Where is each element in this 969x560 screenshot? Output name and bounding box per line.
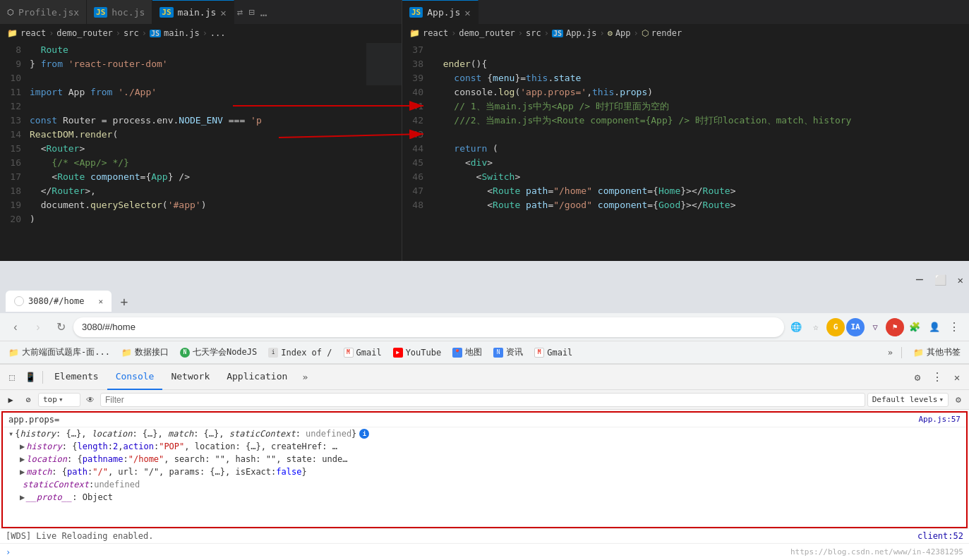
code-line-12 <box>30 99 366 114</box>
minimap-left <box>366 42 402 261</box>
r-line-40: console.log('app.props=',this.props) <box>432 85 969 99</box>
console-input-row: › https://blog.csdn.net/www/in-42381295 <box>0 543 969 560</box>
bookmark-youtube[interactable]: ▶ YouTube <box>390 346 445 359</box>
ext-icon[interactable]: ⚑ <box>886 318 904 336</box>
info-icon: i <box>359 429 369 439</box>
path-val: "/" <box>92 467 108 477</box>
bm-label: 地图 <box>465 346 482 358</box>
inspect-icon[interactable]: ⬚ <box>3 368 21 386</box>
close-brace: } <box>301 467 306 477</box>
bookmark-map[interactable]: 📍 地图 <box>450 345 485 360</box>
tab-hoc-js[interactable]: JS hoc.js <box>87 0 152 25</box>
path-key: path <box>67 467 88 477</box>
obj-text: {history: {…}, location: {…}, match: {…}… <box>15 429 351 439</box>
minimize-btn[interactable]: ─ <box>916 273 923 286</box>
wds-src[interactable]: client:52 <box>917 531 963 541</box>
tab-main-js[interactable]: JS main.js ✕ <box>152 0 234 25</box>
devtools-more-icon[interactable]: ⋮ <box>928 368 946 386</box>
devtools-tab-console[interactable]: Console <box>107 365 163 390</box>
left-code-area: 89101112 1314151617 181920 Route } from … <box>0 42 402 261</box>
bc-demo: demo_router <box>459 28 514 38</box>
forward-btn[interactable]: › <box>28 317 48 337</box>
settings-icon[interactable]: ⚙ <box>908 368 927 386</box>
tab-app-js[interactable]: JS App.js ✕ <box>402 0 479 25</box>
devtools-tab-application[interactable]: Application <box>218 365 296 390</box>
close-icon[interactable]: ✕ <box>220 7 226 18</box>
bm-label: 数据接口 <box>135 346 169 358</box>
tab-actions: ⇄ ⊟ … <box>237 6 267 19</box>
collapse-icon[interactable]: ▾ <box>8 429 13 439</box>
tab-close-btn[interactable]: ✕ <box>98 297 103 306</box>
window-controls: ─ ⬜ ✕ <box>916 273 963 289</box>
js-icon: JS <box>94 7 107 18</box>
tab-title: 3080/#/home <box>28 296 84 306</box>
device-icon[interactable]: 📱 <box>21 368 40 386</box>
console-settings-icon[interactable]: ⚙ <box>951 392 966 408</box>
bookmark-daqianduan[interactable]: 📁 大前端面试题库-面... <box>6 345 113 360</box>
tab-favicon <box>14 296 24 306</box>
refresh-btn[interactable]: ↻ <box>51 317 71 337</box>
tab-label: main.js <box>178 7 217 18</box>
prop-key: history <box>26 442 62 451</box>
bookmark-star-icon[interactable]: ☆ <box>807 318 825 336</box>
bookmark-gmail1[interactable]: M Gmail <box>341 346 385 359</box>
bookmark-index[interactable]: i Index of / <box>265 346 335 359</box>
url-bar[interactable] <box>73 317 784 337</box>
more-tabs-icon[interactable]: … <box>260 6 267 19</box>
bm-label: 其他书签 <box>927 346 961 358</box>
r-line-38: ender(){ <box>432 57 969 71</box>
close-icon[interactable]: ✕ <box>464 7 470 18</box>
bookmark-shujujiekou[interactable]: 📁 数据接口 <box>119 345 171 360</box>
tab-profile-jsx[interactable]: ⬡ Profile.jsx <box>0 0 87 25</box>
code-line-16: {/* <App/> */} <box>30 156 366 170</box>
bookmark-gmail2[interactable]: M Gmail <box>531 346 575 359</box>
active-browser-tab[interactable]: 3080/#/home ✕ <box>6 291 112 312</box>
profile-icon[interactable]: 👤 <box>925 318 944 336</box>
static-colon: : <box>89 480 94 489</box>
proto-expand-icon[interactable]: ▶ <box>20 492 25 502</box>
close-btn[interactable]: ✕ <box>958 274 963 286</box>
colon: : { <box>62 442 78 451</box>
bookmarks-bar: 📁 大前端面试题库-面... 📁 数据接口 N 七天学会NodeJS i Ind… <box>0 341 969 364</box>
devtools-tab-elements[interactable]: Elements <box>46 365 107 390</box>
bm-label: Gmail <box>547 348 572 358</box>
url-hint: https://blog.csdn.net/www/in-42381295 <box>790 547 963 556</box>
devtools-close-icon[interactable]: ✕ <box>948 368 966 386</box>
comma: , <box>118 442 123 451</box>
context-selector[interactable]: top ▾ <box>38 393 80 407</box>
gmail-favicon: M <box>344 348 354 358</box>
default-levels-select[interactable]: Default levels ▾ <box>867 393 949 407</box>
index-favicon: i <box>268 348 278 358</box>
new-tab-btn[interactable]: + <box>114 291 134 311</box>
pocket-icon[interactable]: ▽ <box>866 318 884 336</box>
google-icon[interactable]: G <box>826 318 845 336</box>
ban-icon[interactable]: ⊘ <box>20 392 36 408</box>
puzzle-icon[interactable]: 🧩 <box>905 318 924 336</box>
more-arrow[interactable]: » <box>888 348 893 358</box>
expand-icon3[interactable]: ▶ <box>20 467 25 477</box>
console-src[interactable]: App.js:57 <box>918 415 961 425</box>
bookmark-nodejs[interactable]: N 七天学会NodeJS <box>177 345 260 360</box>
youtube-favicon: ▶ <box>393 348 403 358</box>
bookmark-other[interactable]: 📁 其他书签 <box>910 345 963 360</box>
split-editor-icon[interactable]: ⇄ <box>237 6 243 18</box>
layout-icon[interactable]: ⊟ <box>248 6 254 18</box>
devtools-tab-network[interactable]: Network <box>162 365 218 390</box>
console-output: app.props= App.js:57 ▾ {history: {…}, lo… <box>1 411 968 528</box>
bm-label: 资讯 <box>506 346 523 358</box>
bc-src: src <box>526 28 541 38</box>
console-toolbar: ▶ ⊘ top ▾ 👁 Default levels ▾ ⚙ <box>0 390 969 410</box>
bookmark-news[interactable]: N 资讯 <box>490 345 526 360</box>
ia-icon[interactable]: IA <box>846 318 865 336</box>
back-btn[interactable]: ‹ <box>6 317 25 337</box>
more-panels-icon[interactable]: » <box>296 368 314 386</box>
run-icon[interactable]: ▶ <box>3 392 18 408</box>
filter-input[interactable] <box>100 393 865 407</box>
expand-icon2[interactable]: ▶ <box>20 454 25 464</box>
maximize-btn[interactable]: ⬜ <box>934 274 946 286</box>
eye-icon[interactable]: 👁 <box>83 392 98 408</box>
expand-icon[interactable]: ▶ <box>20 442 25 451</box>
bc-render-fn: ⬡ <box>642 28 649 38</box>
more-menu-icon[interactable]: ⋮ <box>945 318 963 336</box>
translate-icon[interactable]: 🌐 <box>787 318 805 336</box>
